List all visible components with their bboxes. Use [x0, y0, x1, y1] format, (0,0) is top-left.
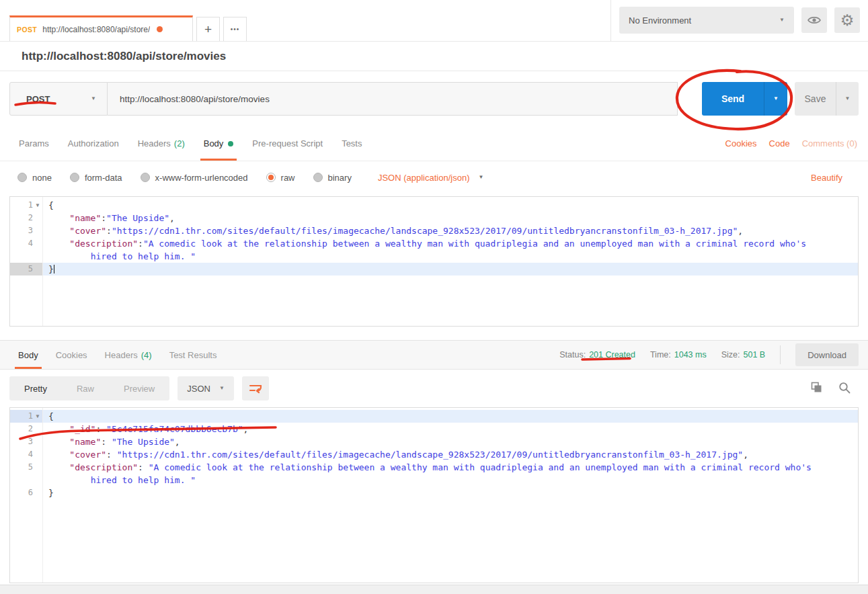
tab-label: Body [18, 350, 38, 360]
cookies-link[interactable]: Cookies [725, 138, 757, 148]
body-mode-none[interactable]: none [17, 173, 52, 183]
line-number-gutter: 6 [10, 486, 42, 499]
code-text: "cover": "https://cdn1.thr.com/sites/def… [42, 448, 858, 461]
body-mode-raw[interactable]: raw [266, 173, 295, 183]
code-text: { [42, 410, 858, 423]
code-line[interactable]: 4 "cover": "https://cdn1.thr.com/sites/d… [10, 448, 858, 461]
response-tab-test-results[interactable]: Test Results [161, 341, 226, 369]
view-pretty[interactable]: Pretty [9, 376, 62, 400]
tab-params[interactable]: Params [9, 126, 58, 161]
body-mode-binary[interactable]: binary [313, 173, 352, 183]
comments-link[interactable]: Comments (0) [802, 138, 857, 148]
code-text: } [42, 263, 858, 275]
code-line[interactable]: 3 "cover":"https://cdn1.thr.com/sites/de… [10, 224, 858, 237]
response-tab-headers[interactable]: Headers (4) [96, 341, 161, 369]
tab-pre-request-script[interactable]: Pre-request Script [243, 126, 332, 161]
size-value: 501 B [744, 350, 766, 359]
tab-label: Headers [105, 350, 138, 360]
code-token: , [169, 213, 175, 223]
response-tab-cookies[interactable]: Cookies [47, 341, 96, 369]
code-token: "A comedic look at the relationship betw… [143, 239, 806, 249]
fold-arrow-icon [33, 224, 42, 237]
chevron-down-icon: ▼ [773, 96, 779, 101]
code-line[interactable]: 4 "description":"A comedic look at the r… [10, 237, 858, 263]
response-format-select[interactable]: JSON ▼ [177, 376, 234, 400]
new-tab-button[interactable]: + [196, 17, 220, 41]
search-button[interactable] [838, 382, 851, 396]
tab-label: Test Results [169, 350, 217, 360]
line-number: 3 [10, 224, 33, 237]
fold-arrow-icon[interactable]: ▼ [33, 199, 42, 212]
code-line[interactable]: 6} [10, 486, 858, 499]
method-select-value: POST [26, 94, 50, 104]
time-badge: Time: 1043 ms [650, 350, 707, 359]
tab-tests[interactable]: Tests [332, 126, 371, 161]
wrap-text-icon [248, 382, 263, 394]
beautify-link[interactable]: Beautify [811, 173, 851, 183]
code-line[interactable]: 1▼{ [10, 410, 858, 423]
tab-options-button[interactable]: ••• [223, 17, 247, 41]
code-token: "name" [69, 437, 101, 447]
response-tab-body[interactable]: Body [9, 341, 47, 369]
view-preview[interactable]: Preview [109, 376, 169, 400]
environment-select[interactable]: No Environment ▼ [619, 7, 794, 34]
download-button[interactable]: Download [795, 343, 859, 366]
code-token: , [743, 450, 748, 460]
copy-button[interactable] [811, 382, 822, 395]
request-tabs-row: Params Authorization Headers (2) Body Pr… [0, 126, 868, 161]
code-link[interactable]: Code [769, 138, 790, 148]
tab-headers[interactable]: Headers (2) [128, 126, 194, 161]
method-select[interactable]: POST ▼ [9, 82, 108, 116]
response-view-bar: Pretty Raw Preview JSON ▼ [0, 370, 868, 407]
request-body-editor[interactable]: 1▼{2 "name":"The Upside",3 "cover":"http… [9, 196, 859, 327]
fold-arrow-icon[interactable]: ▼ [33, 410, 42, 423]
body-mode-urlencoded[interactable]: x-www-form-urlencoded [141, 173, 248, 183]
tab-body[interactable]: Body [194, 126, 243, 161]
response-body-editor[interactable]: 1▼{2 "_id": "5c4e715fa74c07dbbb6ecb7b",3… [9, 407, 859, 583]
tab-label: Tests [342, 138, 362, 148]
settings-button[interactable]: ⚙ [834, 7, 860, 33]
code-line[interactable]: 3 "name": "The Upside", [10, 435, 858, 448]
request-tab[interactable]: POST http://localhost:8080/api/store/ [9, 15, 193, 41]
save-options-button[interactable]: ▼ [836, 82, 859, 116]
send-button[interactable]: Send [702, 82, 764, 116]
environment-area: No Environment ▼ ⚙ [610, 0, 868, 41]
code-line[interactable]: 5 "description": "A comedic look at the … [10, 461, 858, 486]
tab-label: Pre-request Script [252, 138, 323, 148]
eye-icon [807, 15, 821, 25]
code-line[interactable]: 5} [10, 263, 858, 275]
time-label: Time: [650, 350, 671, 359]
tab-label: Cookies [56, 350, 87, 360]
wrap-lines-button[interactable] [242, 376, 269, 400]
code-token: } [48, 488, 54, 498]
status-badge: Status: 201 Created [559, 350, 635, 359]
response-meta: Status: 201 Created Time: 1043 ms Size: … [559, 343, 859, 366]
code-token: "cover" [69, 450, 106, 460]
horizontal-scrollbar[interactable] [0, 585, 868, 594]
body-mode-row: none form-data x-www-form-urlencoded raw… [0, 161, 868, 194]
code-token: { [48, 411, 54, 421]
send-options-button[interactable]: ▼ [764, 82, 787, 116]
line-number: 1 [10, 410, 33, 423]
url-input[interactable]: http://localhost:8080/api/store/movies [108, 82, 678, 116]
save-button[interactable]: Save [795, 82, 836, 116]
tab-label: Body [204, 138, 224, 148]
code-line[interactable]: 1▼{ [10, 199, 858, 212]
code-text: "cover":"https://cdn1.thr.com/sites/defa… [42, 224, 858, 237]
code-line[interactable]: 2 "name":"The Upside", [10, 212, 858, 224]
code-text: "_id": "5c4e715fa74c07dbbb6ecb7b", [42, 423, 858, 435]
tab-count-badge: (4) [141, 350, 152, 360]
environment-quick-look-button[interactable] [801, 7, 827, 33]
code-token: : [101, 213, 106, 223]
code-line[interactable]: 2 "_id": "5c4e715fa74c07dbbb6ecb7b", [10, 423, 858, 435]
code-token: "description" [69, 462, 138, 472]
line-number: 4 [10, 237, 33, 263]
radio-selected-icon [266, 173, 276, 182]
view-raw[interactable]: Raw [62, 376, 109, 400]
request-title: http://localhost:8080/api/store/movies [0, 42, 868, 71]
content-type-select[interactable]: JSON (application/json) ▼ [378, 173, 483, 183]
line-number-gutter: 4 [10, 237, 42, 263]
chevron-down-icon: ▼ [779, 17, 785, 23]
body-mode-form-data[interactable]: form-data [70, 173, 122, 183]
tab-authorization[interactable]: Authorization [58, 126, 128, 161]
